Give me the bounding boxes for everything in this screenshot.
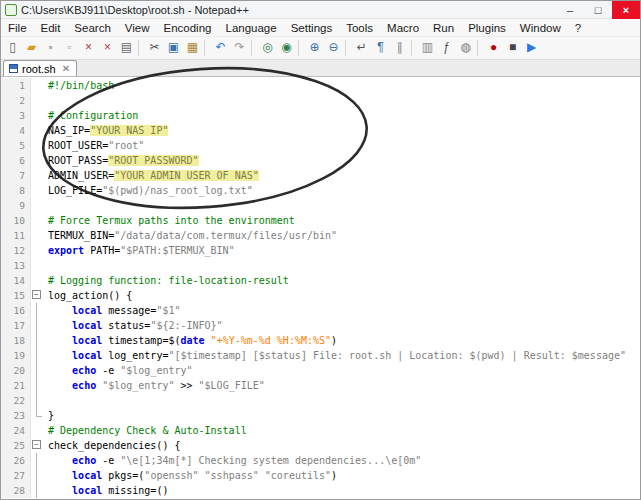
close-all-icon[interactable]: × bbox=[99, 39, 116, 57]
menu-item-help[interactable]: ? bbox=[568, 20, 588, 36]
code-text bbox=[44, 393, 48, 408]
fold-margin bbox=[31, 213, 44, 228]
code-text: # Dependency Check & Auto-Install bbox=[44, 423, 247, 438]
toolbar-separator bbox=[251, 40, 256, 56]
code-line: 1#!/bin/bash bbox=[1, 78, 640, 93]
find-icon[interactable]: ◎ bbox=[259, 39, 276, 57]
menu-item-edit[interactable]: Edit bbox=[34, 20, 68, 36]
close-button[interactable]: × bbox=[612, 1, 640, 19]
fold-margin bbox=[31, 423, 44, 438]
code-line: 19 local log_entry="[$timestamp] [$statu… bbox=[1, 348, 640, 363]
code-text bbox=[44, 198, 48, 213]
menu-item-run[interactable]: Run bbox=[426, 20, 461, 36]
code-text: LOG_FILE="$(pwd)/nas_root_log.txt" bbox=[44, 183, 253, 198]
fold-margin bbox=[31, 348, 44, 363]
code-text: NAS_IP="YOUR NAS IP" bbox=[44, 123, 168, 138]
code-line: 18 local timestamp=$(date "+%Y-%m-%d %H:… bbox=[1, 333, 640, 348]
code-editor[interactable]: 1#!/bin/bash23# Configuration4NAS_IP="YO… bbox=[1, 78, 640, 499]
code-text: TERMUX_BIN="/data/data/com.termux/files/… bbox=[44, 228, 337, 243]
paste-icon[interactable]: ▦ bbox=[184, 39, 201, 57]
code-line: 6ROOT_PASS="ROOT PASSWORD" bbox=[1, 153, 640, 168]
fold-margin bbox=[31, 273, 44, 288]
fold-line bbox=[36, 318, 37, 333]
line-number: 28 bbox=[1, 483, 31, 498]
stop-macro-icon[interactable]: ■ bbox=[504, 39, 521, 57]
fold-margin bbox=[31, 363, 44, 378]
code-text: echo -e "\e[1;34m[*] Checking system dep… bbox=[44, 453, 421, 468]
tab-root-sh[interactable]: root.sh ✕ bbox=[3, 60, 77, 76]
code-line: 24# Dependency Check & Auto-Install bbox=[1, 423, 640, 438]
fold-margin bbox=[31, 168, 44, 183]
line-number: 16 bbox=[1, 303, 31, 318]
line-number: 22 bbox=[1, 393, 31, 408]
menu-item-plugins[interactable]: Plugins bbox=[461, 20, 513, 36]
save-all-icon[interactable]: ▫ bbox=[61, 39, 78, 57]
doc-map-icon[interactable]: ▥ bbox=[419, 39, 436, 57]
monitoring-icon[interactable]: ◍ bbox=[457, 39, 474, 57]
menu-item-search[interactable]: Search bbox=[67, 20, 117, 36]
tab-close-icon[interactable]: ✕ bbox=[62, 64, 70, 74]
line-number: 23 bbox=[1, 408, 31, 423]
zoom-out-icon[interactable]: ⊖ bbox=[325, 39, 342, 57]
indent-guide-icon[interactable]: ∥ bbox=[391, 39, 408, 57]
fold-margin bbox=[31, 123, 44, 138]
open-folder-icon[interactable]: ▰ bbox=[23, 39, 40, 57]
record-macro-icon[interactable]: ● bbox=[485, 39, 502, 57]
function-list-icon[interactable]: ƒ bbox=[438, 39, 455, 57]
fold-collapse-icon[interactable]: − bbox=[32, 290, 41, 299]
zoom-in-icon[interactable]: ⊕ bbox=[306, 39, 323, 57]
line-number: 13 bbox=[1, 258, 31, 273]
code-text bbox=[44, 93, 48, 108]
menu-item-window[interactable]: Window bbox=[513, 20, 568, 36]
word-wrap-icon[interactable]: ↵ bbox=[353, 39, 370, 57]
menu-item-settings[interactable]: Settings bbox=[284, 20, 340, 36]
code-line: 26 echo -e "\e[1;34m[*] Checking system … bbox=[1, 453, 640, 468]
fold-line bbox=[36, 393, 37, 408]
show-all-chars-icon[interactable]: ¶ bbox=[372, 39, 389, 57]
maximize-button[interactable]: □ bbox=[584, 1, 612, 19]
line-number: 4 bbox=[1, 123, 31, 138]
menu-item-macro[interactable]: Macro bbox=[380, 20, 426, 36]
notepadpp-app-icon bbox=[5, 4, 17, 16]
fold-margin bbox=[31, 303, 44, 318]
line-number: 27 bbox=[1, 468, 31, 483]
fold-margin bbox=[31, 198, 44, 213]
copy-icon[interactable]: ▣ bbox=[165, 39, 182, 57]
menu-item-view[interactable]: View bbox=[118, 20, 157, 36]
line-number: 12 bbox=[1, 243, 31, 258]
close-file-icon[interactable]: × bbox=[80, 39, 97, 57]
menu-item-encoding[interactable]: Encoding bbox=[157, 20, 219, 36]
menu-item-language[interactable]: Language bbox=[218, 20, 283, 36]
undo-icon[interactable]: ↶ bbox=[212, 39, 229, 57]
minimize-button[interactable]: – bbox=[556, 1, 584, 19]
line-number: 3 bbox=[1, 108, 31, 123]
code-line: 14# Logging function: file-location-resu… bbox=[1, 273, 640, 288]
new-file-icon[interactable]: ▯ bbox=[4, 39, 21, 57]
menu-item-file[interactable]: File bbox=[1, 20, 34, 36]
code-text: # Force Termux paths into the environmen… bbox=[44, 213, 295, 228]
cut-icon[interactable]: ✂ bbox=[146, 39, 163, 57]
fold-margin bbox=[31, 318, 44, 333]
line-number: 7 bbox=[1, 168, 31, 183]
tab-bar: root.sh ✕ bbox=[1, 60, 640, 77]
code-text: log_action() { bbox=[44, 288, 132, 303]
save-icon[interactable]: ▪ bbox=[42, 39, 59, 57]
code-line: 2 bbox=[1, 93, 640, 108]
menu-item-tools[interactable]: Tools bbox=[339, 20, 380, 36]
fold-margin: − bbox=[31, 288, 44, 303]
fold-margin bbox=[31, 93, 44, 108]
line-number: 14 bbox=[1, 273, 31, 288]
fold-collapse-icon[interactable]: − bbox=[32, 440, 41, 449]
toolbar-separator bbox=[298, 40, 303, 56]
fold-line bbox=[36, 363, 37, 378]
fold-margin bbox=[31, 243, 44, 258]
line-number: 24 bbox=[1, 423, 31, 438]
print-icon[interactable]: ▤ bbox=[118, 39, 135, 57]
saved-file-icon bbox=[9, 64, 18, 73]
play-macro-icon[interactable]: ▶ bbox=[523, 39, 540, 57]
fold-margin bbox=[31, 228, 44, 243]
code-line: 9 bbox=[1, 198, 640, 213]
replace-icon[interactable]: ◉ bbox=[278, 39, 295, 57]
code-line: 17 local status="${2:-INFO}" bbox=[1, 318, 640, 333]
redo-icon[interactable]: ↷ bbox=[231, 39, 248, 57]
